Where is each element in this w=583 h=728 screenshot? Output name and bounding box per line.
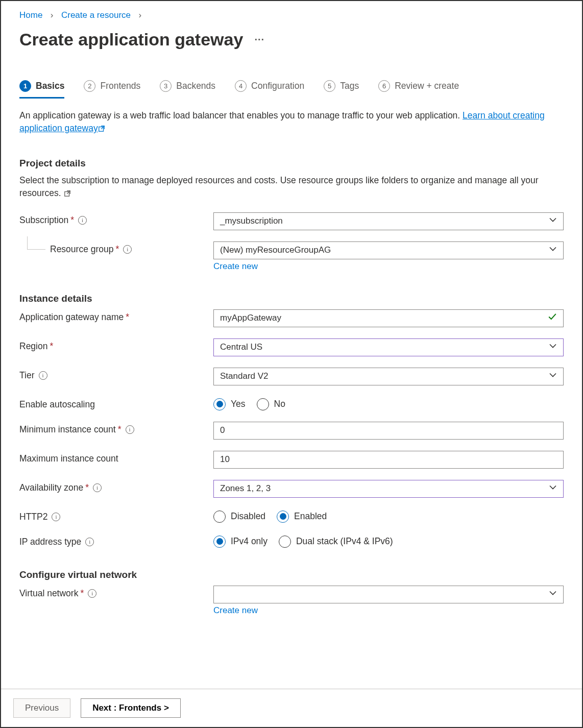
- radio-icon: [257, 398, 269, 410]
- check-icon: [548, 312, 557, 324]
- intro-text: An application gateway is a web traffic …: [19, 109, 564, 136]
- breadcrumb: Home › Create a resource ›: [19, 10, 564, 20]
- step-number-icon: 1: [19, 80, 31, 92]
- max-instance-input[interactable]: 10: [213, 451, 564, 469]
- section-heading-instance: Instance details: [19, 293, 564, 304]
- create-new-rg-link[interactable]: Create new: [213, 261, 258, 272]
- step-number-icon: 3: [160, 80, 172, 92]
- tab-label: Basics: [36, 81, 64, 91]
- resource-group-dropdown[interactable]: (New) myResourceGroupAG: [213, 241, 564, 259]
- region-dropdown[interactable]: Central US: [213, 338, 564, 356]
- step-number-icon: 5: [324, 80, 335, 92]
- chevron-right-icon: ›: [136, 10, 141, 20]
- label-ip-type: IP address type i: [19, 534, 213, 547]
- step-number-icon: 4: [235, 80, 247, 92]
- info-icon[interactable]: i: [126, 425, 134, 434]
- tab-configuration[interactable]: 4 Configuration: [235, 80, 304, 99]
- wizard-tabs: 1 Basics 2 Frontends 3 Backends 4 Config…: [19, 80, 564, 99]
- page-title: Create application gateway ···: [19, 30, 564, 50]
- step-number-icon: 6: [378, 80, 390, 92]
- tier-dropdown[interactable]: Standard V2: [213, 368, 564, 385]
- autoscaling-yes-radio[interactable]: Yes: [213, 398, 246, 410]
- availability-zone-dropdown[interactable]: Zones 1, 2, 3: [213, 480, 564, 498]
- label-region: Region*: [19, 338, 213, 352]
- tree-line-icon: [27, 236, 45, 250]
- label-resource-group: Resource group* i: [19, 241, 213, 255]
- tab-frontends[interactable]: 2 Frontends: [84, 80, 140, 99]
- tab-tags[interactable]: 5 Tags: [324, 80, 359, 99]
- http2-radio-group: Disabled Enabled: [213, 509, 564, 523]
- tab-review-create[interactable]: 6 Review + create: [378, 80, 459, 99]
- step-number-icon: 2: [84, 80, 95, 92]
- external-link-icon: [98, 123, 105, 136]
- virtual-network-dropdown[interactable]: [213, 586, 564, 603]
- label-min-instance: Minimum instance count* i: [19, 422, 213, 435]
- radio-icon: [277, 511, 289, 523]
- label-app-gateway-name: Application gateway name*: [19, 309, 213, 323]
- tab-backends[interactable]: 3 Backends: [160, 80, 215, 99]
- label-max-instance: Maximum instance count: [19, 451, 213, 464]
- wizard-footer: Previous Next : Frontends >: [1, 689, 582, 727]
- tab-label: Backends: [176, 81, 215, 91]
- next-button[interactable]: Next : Frontends >: [81, 698, 181, 718]
- chevron-down-icon: [549, 371, 557, 382]
- tab-label: Review + create: [395, 81, 459, 91]
- label-subscription: Subscription* i: [19, 212, 213, 226]
- tab-label: Tags: [340, 81, 359, 91]
- section-heading-vnet: Configure virtual network: [19, 569, 564, 580]
- chevron-down-icon: [549, 245, 557, 256]
- subscription-dropdown[interactable]: _mysubscription: [213, 212, 564, 230]
- radio-icon: [213, 511, 226, 523]
- ip-type-radio-group: IPv4 only Dual stack (IPv4 & IPv6): [213, 534, 564, 548]
- chevron-down-icon: [549, 342, 557, 353]
- chevron-down-icon: [549, 216, 557, 227]
- section-desc-project: Select the subscription to manage deploy…: [19, 174, 564, 201]
- info-icon[interactable]: i: [52, 513, 60, 521]
- breadcrumb-home[interactable]: Home: [19, 10, 42, 20]
- tab-label: Frontends: [100, 81, 140, 91]
- info-icon[interactable]: i: [123, 245, 132, 254]
- section-heading-project: Project details: [19, 158, 564, 169]
- label-availability-zone: Availability zone* i: [19, 480, 213, 493]
- label-virtual-network: Virtual network* i: [19, 586, 213, 599]
- autoscaling-no-radio[interactable]: No: [257, 398, 285, 410]
- app-gateway-name-input[interactable]: myAppGateway: [213, 309, 564, 327]
- chevron-down-icon: [549, 483, 557, 494]
- external-link-icon: [64, 188, 71, 201]
- tab-label: Configuration: [251, 81, 304, 91]
- breadcrumb-create-resource[interactable]: Create a resource: [61, 10, 131, 20]
- label-http2: HTTP2 i: [19, 509, 213, 522]
- info-icon[interactable]: i: [39, 371, 47, 380]
- label-tier: Tier i: [19, 368, 213, 381]
- ip-type-dual-radio[interactable]: Dual stack (IPv4 & IPv6): [279, 536, 393, 548]
- info-icon[interactable]: i: [78, 216, 87, 225]
- ip-type-v4-radio[interactable]: IPv4 only: [213, 536, 268, 548]
- http2-disabled-radio[interactable]: Disabled: [213, 511, 265, 523]
- radio-icon: [279, 536, 291, 548]
- more-icon[interactable]: ···: [254, 34, 264, 45]
- autoscaling-radio-group: Yes No: [213, 397, 564, 410]
- info-icon[interactable]: i: [85, 538, 94, 546]
- info-icon[interactable]: i: [93, 483, 102, 492]
- http2-enabled-radio[interactable]: Enabled: [277, 511, 327, 523]
- min-instance-input[interactable]: 0: [213, 422, 564, 440]
- previous-button: Previous: [13, 698, 70, 718]
- label-autoscaling: Enable autoscaling: [19, 397, 213, 410]
- chevron-right-icon: ›: [48, 10, 56, 20]
- info-icon[interactable]: i: [88, 589, 96, 598]
- radio-icon: [213, 536, 226, 548]
- chevron-down-icon: [549, 589, 557, 600]
- radio-icon: [213, 398, 226, 410]
- tab-basics[interactable]: 1 Basics: [19, 80, 64, 99]
- create-new-vnet-link[interactable]: Create new: [213, 605, 258, 616]
